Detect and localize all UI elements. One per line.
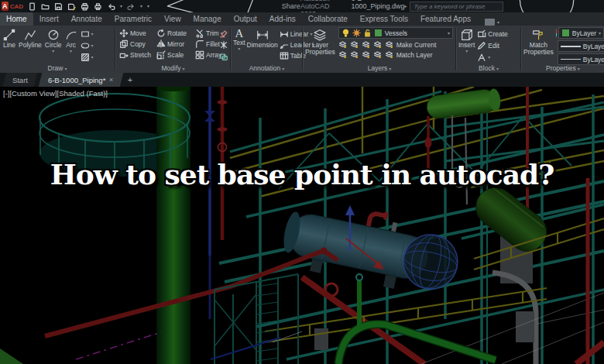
tab-manage[interactable]: Manage <box>187 12 228 26</box>
tab-parametric[interactable]: Parametric <box>108 12 158 26</box>
mirror-icon <box>156 39 166 49</box>
close-tab-icon[interactable]: × <box>110 76 114 84</box>
search-input[interactable] <box>410 2 503 12</box>
rectangle-icon[interactable] <box>81 29 90 39</box>
linetype-dropdown[interactable]: ByLayer <box>558 53 604 65</box>
viewport-controls[interactable]: [-][Custom View][Shaded (Fast)] <box>3 89 108 98</box>
copy-button[interactable]: Copy <box>119 39 156 49</box>
circle-caret-icon[interactable]: ▾ <box>52 49 54 53</box>
attributes-caret-icon[interactable]: ▾ <box>488 55 490 60</box>
tab-annotate[interactable]: Annotate <box>65 12 108 26</box>
insert-caret-icon[interactable]: ▾ <box>465 49 468 53</box>
layer-tool-icon[interactable] <box>373 40 382 49</box>
stretch-button[interactable]: Stretch <box>119 50 156 60</box>
linear-icon <box>280 29 289 39</box>
polyline-button[interactable]: Polyline <box>19 27 42 62</box>
arc-button[interactable]: Arc▾ <box>65 27 77 62</box>
explode-icon[interactable] <box>219 40 228 50</box>
lineweight-dropdown[interactable]: ByLayer <box>558 40 604 52</box>
move-icon <box>119 29 129 38</box>
new-file-icon[interactable] <box>28 2 36 11</box>
print-icon[interactable] <box>94 2 102 11</box>
panel-properties-footer[interactable]: Properties▾ <box>522 64 604 72</box>
hatch-caret-icon[interactable]: ▾ <box>91 55 94 60</box>
tab-collaborate[interactable]: Collaborate <box>302 12 354 26</box>
layer-properties-button[interactable]: Layer Properties <box>305 27 335 59</box>
layer-tool-icon[interactable] <box>385 50 393 59</box>
attributes-button[interactable]: ▾ <box>477 53 508 62</box>
new-drawing-icon[interactable]: + <box>122 73 139 87</box>
redo-icon[interactable] <box>127 2 136 11</box>
circle-button[interactable]: Circle▾ <box>45 27 62 62</box>
redo-caret-icon[interactable]: ▾ <box>140 4 142 9</box>
layer-tool-icon[interactable] <box>373 50 382 59</box>
open-folder-icon[interactable] <box>41 2 50 11</box>
layer-tool-icon[interactable] <box>350 50 359 59</box>
insert-block-button[interactable]: Insert▾ <box>458 27 475 62</box>
object-color-dropdown[interactable]: ByLayer ▾ <box>558 27 604 39</box>
layer-on-bulb-icon[interactable] <box>341 29 350 37</box>
text-caret-icon[interactable]: ▾ <box>238 46 240 51</box>
line-button[interactable]: Line <box>3 27 15 62</box>
layer-dropdown-caret-icon[interactable]: ▾ <box>448 31 450 36</box>
tab-view[interactable]: View <box>158 12 187 26</box>
tab-document[interactable]: 6-B-1000_Piping* × <box>39 73 123 87</box>
layer-tool-icon[interactable] <box>338 40 347 49</box>
panel-block-footer[interactable]: Block▾ <box>457 64 520 72</box>
match-layer-button[interactable]: Match Layer <box>396 51 433 59</box>
tab-express-tools[interactable]: Express Tools <box>354 12 414 26</box>
plot-icon[interactable] <box>81 2 89 11</box>
layer-tool-icon[interactable] <box>385 40 393 49</box>
ribbon-overflow-button[interactable]: ▾ <box>485 19 499 26</box>
undo-caret-icon[interactable]: ▾ <box>120 4 122 9</box>
save-as-icon[interactable] <box>67 2 76 11</box>
make-current-button[interactable]: Make Current <box>396 41 437 49</box>
search-expand-icon[interactable]: ▸ <box>404 4 407 9</box>
layer-unlock-icon[interactable] <box>363 29 372 37</box>
panel-annotation-footer[interactable]: Annotation▾ <box>232 64 302 72</box>
layer-tool-icon[interactable] <box>362 50 370 59</box>
erase-icon[interactable] <box>219 29 228 38</box>
table-icon <box>280 51 289 60</box>
tab-output[interactable]: Output <box>228 12 263 26</box>
mirror-button[interactable]: Mirror <box>156 39 195 49</box>
tab-start[interactable]: Start <box>3 73 38 87</box>
ellipse-caret-icon[interactable]: ▾ <box>91 43 94 48</box>
match-properties-button[interactable]: Match Properties <box>523 27 554 65</box>
layer-tool-icon[interactable] <box>338 50 347 59</box>
move-button[interactable]: Move <box>119 29 156 38</box>
tab-add-ins[interactable]: Add-ins <box>263 12 302 26</box>
dimension-button[interactable]: Dimension <box>247 27 278 60</box>
undo-icon[interactable] <box>107 2 115 11</box>
text-button[interactable]: A Text▾ <box>233 27 245 60</box>
layer-tool-icon[interactable] <box>362 40 370 49</box>
layer-dropdown[interactable]: Vessels ▾ <box>338 27 453 39</box>
ellipse-icon[interactable] <box>81 41 90 50</box>
color-wheel-icon[interactable] <box>556 29 557 37</box>
autocad-logo-icon[interactable]: A <box>2 2 9 11</box>
offset-icon[interactable] <box>219 52 228 61</box>
tab-home[interactable]: Home <box>0 12 33 26</box>
tab-featured-apps[interactable]: Featured Apps <box>414 12 477 26</box>
drawing-area[interactable]: [-][Custom View][Shaded (Fast)] How to s… <box>0 87 604 364</box>
text-icon: A <box>235 27 243 39</box>
arc-caret-icon[interactable]: ▾ <box>70 49 72 53</box>
save-icon[interactable] <box>54 2 63 11</box>
edit-block-button[interactable]: Edit <box>477 41 508 50</box>
layer-thaw-sun-icon[interactable] <box>352 29 361 37</box>
layer-tool-icon[interactable] <box>350 40 359 49</box>
rotate-button[interactable]: Rotate <box>156 29 195 38</box>
qat-customize-icon[interactable]: ▾ <box>147 4 149 9</box>
panel-modify-footer[interactable]: Modify▾ <box>116 64 230 72</box>
tab-insert[interactable]: Insert <box>33 12 65 26</box>
rectangle-caret-icon[interactable]: ▾ <box>91 32 94 36</box>
create-block-button[interactable]: Create <box>477 29 508 39</box>
file-tab-bar: Start 6-B-1000_Piping* × + <box>0 73 604 87</box>
panel-layers-footer[interactable]: Layers▾ <box>304 64 455 72</box>
dimension-icon <box>256 29 269 41</box>
layer-color-swatch[interactable] <box>374 29 383 37</box>
lineweight-sample <box>561 46 581 47</box>
panel-draw-footer[interactable]: Draw▾ <box>0 64 115 72</box>
scale-button[interactable]: Scale <box>156 50 195 60</box>
hatch-icon[interactable] <box>81 53 90 62</box>
